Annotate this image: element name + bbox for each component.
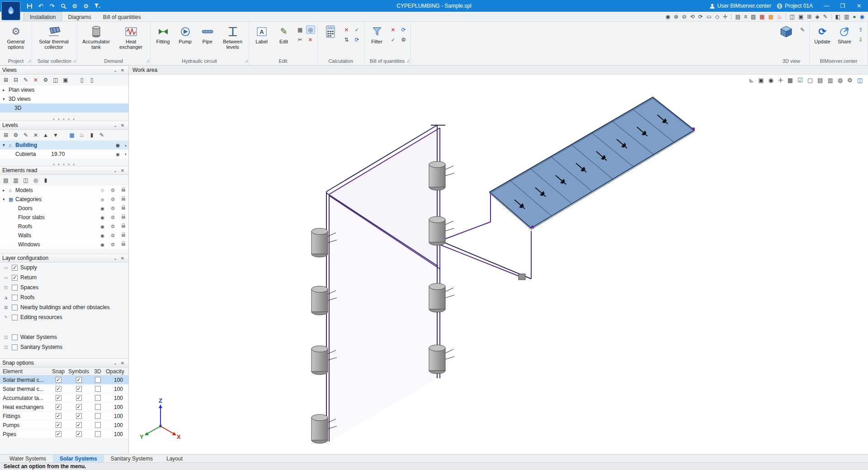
maximize-button[interactable]: ❐ — [835, 0, 851, 12]
filter-button[interactable]: Filter — [367, 23, 387, 56]
view-settings-icon[interactable]: ⚙ — [42, 76, 50, 84]
calculate-button[interactable] — [320, 23, 341, 56]
snapshot-icon[interactable]: ▣ — [61, 76, 70, 84]
tab-installation[interactable]: Installation — [24, 12, 62, 21]
collapse-panel-icon[interactable]: ⌄ — [112, 359, 119, 367]
delete-level-icon[interactable]: ✕ — [32, 131, 40, 139]
collapse-panel-icon[interactable]: ⌄ — [112, 254, 119, 262]
table-row[interactable]: Fittings 100 — [0, 412, 128, 421]
update-results-icon[interactable]: ⇅ — [342, 35, 351, 44]
globe-icon[interactable]: ◎ — [32, 176, 40, 184]
columns-icon[interactable]: ▥ — [827, 77, 833, 84]
element-settings-icon[interactable]: ⚙ — [111, 206, 115, 212]
rows-icon[interactable]: ▤ — [817, 77, 823, 84]
bimserver-project[interactable]: Project 01A — [777, 3, 813, 9]
3d-edit-icon[interactable]: ✎ — [798, 25, 807, 34]
fire-icon[interactable]: ♨ — [777, 14, 782, 20]
symbols-checkbox[interactable] — [76, 422, 82, 428]
dialog-launcher-icon[interactable]: ◿ — [146, 58, 149, 64]
collapse-panel-icon[interactable]: ⌄ — [112, 122, 119, 129]
edit-level-icon[interactable]: ✎ — [22, 131, 30, 139]
isometric-icon[interactable]: ◫ — [857, 77, 863, 84]
3d-checkbox[interactable] — [95, 431, 101, 437]
return-checkbox[interactable] — [12, 275, 18, 281]
check-design-icon[interactable]: ✓ — [353, 25, 362, 34]
edit-copy-icon[interactable]: ▦ — [296, 25, 305, 34]
solar-collector-array[interactable] — [490, 97, 695, 230]
element-settings-icon[interactable]: ⚙ — [111, 197, 115, 202]
symbols-checkbox[interactable] — [76, 431, 82, 437]
close-panel-icon[interactable]: ✕ — [119, 359, 126, 367]
element-settings-icon[interactable]: ⚙ — [111, 188, 115, 193]
fire-icon[interactable]: ♨ — [78, 131, 86, 139]
snap-checkbox[interactable] — [56, 413, 61, 419]
lock-icon[interactable] — [122, 243, 125, 246]
dialog-launcher-icon[interactable]: ◿ — [73, 58, 75, 64]
recalculate-icon[interactable]: ⟳ — [353, 35, 362, 44]
snap-checkbox[interactable] — [56, 431, 61, 437]
chevron-right-icon[interactable]: ▸ — [3, 188, 9, 193]
search-element-icon[interactable]: ◎ — [306, 25, 315, 34]
import-icon[interactable]: ⇩ — [856, 35, 865, 44]
grid-icon[interactable]: ⊞ — [807, 14, 811, 20]
dialog-launcher-icon[interactable]: ◿ — [28, 58, 31, 64]
3d-checkbox[interactable] — [95, 413, 101, 419]
frame-icon[interactable]: ▣ — [798, 14, 803, 20]
next-view-icon[interactable]: ⟳ — [698, 14, 703, 20]
bim-world-icon[interactable]: ◉ — [860, 14, 864, 20]
tree-item-models[interactable]: ▸ ⌂ Models ⊘ ⚙ — [0, 186, 128, 195]
cancel-calculation-icon[interactable]: ✕ — [342, 25, 351, 34]
save-icon[interactable] — [25, 2, 33, 10]
pump-box[interactable] — [519, 274, 525, 280]
water-systems-checkbox[interactable] — [12, 334, 18, 340]
element-settings-icon[interactable]: ⚙ — [111, 233, 115, 239]
delete-view-icon[interactable]: ✕ — [32, 76, 40, 84]
expand-all-icon[interactable]: ▤ — [2, 176, 10, 184]
minimize-button[interactable]: — — [818, 0, 835, 12]
panel-resize-handle[interactable]: ● ● ● ● ● — [0, 162, 128, 166]
lock-icon[interactable] — [122, 207, 125, 210]
3d-checkbox[interactable] — [95, 422, 101, 428]
boq-include-icon[interactable]: ✓ — [389, 35, 398, 44]
collapse-panel-icon[interactable]: ⌄ — [112, 167, 119, 174]
viewport-settings-icon[interactable]: ⚙ — [847, 77, 853, 84]
close-button[interactable]: ✕ — [851, 0, 867, 12]
move-up-icon[interactable]: ▲ — [42, 131, 50, 139]
snap-checkbox[interactable] — [56, 386, 61, 392]
3d-checkbox[interactable] — [95, 386, 101, 392]
tree-item-roofs[interactable]: Roofs ◉ ⚙ — [0, 222, 128, 231]
dwg-template-icon[interactable]: ▦ — [760, 14, 764, 20]
table-row[interactable]: Solar thermal c... 100 — [0, 376, 128, 385]
3d-viewport[interactable]: ⊾ ▣ ◉ ✛ ▦ ☑ ▢ ▤ ▥ ◍ ⚙ ◫ — [129, 75, 868, 454]
between-levels-button[interactable]: Between levels — [219, 23, 246, 56]
checklist-icon[interactable]: ☑ — [797, 77, 803, 84]
dialog-launcher-icon[interactable]: ◿ — [245, 58, 247, 64]
reference-icon[interactable]: ◈ — [815, 14, 819, 20]
tree-item-windows[interactable]: Windows ◉ ⚙ — [0, 240, 128, 249]
close-panel-icon[interactable]: ✕ — [119, 66, 126, 74]
heat-exchanger-button[interactable]: Heat exchanger — [114, 23, 148, 56]
columns-icon[interactable]: ◫ — [22, 176, 30, 184]
filter-dropdown-icon[interactable] — [93, 2, 101, 10]
symbols-checkbox[interactable] — [76, 377, 82, 383]
opacity-value[interactable]: 100 — [106, 431, 127, 437]
move-down-icon[interactable]: ▼ — [52, 131, 60, 139]
undo-icon[interactable]: ↶ — [37, 2, 45, 10]
dxf-template-icon[interactable]: ▦ — [768, 14, 773, 20]
chevron-right-icon[interactable]: ▸ — [3, 88, 9, 92]
tree-item-3d[interactable]: 3D — [0, 103, 128, 113]
calculate-levels-icon[interactable]: ▦ — [68, 131, 76, 139]
scroll-up-icon[interactable]: ▲ — [123, 144, 128, 147]
roofs-checkbox[interactable] — [12, 295, 18, 301]
lock-icon[interactable] — [122, 225, 125, 228]
tree-item-3d-views[interactable]: ▾ 3D views — [0, 94, 128, 103]
window-zoom-icon[interactable]: ▭ — [707, 14, 712, 20]
opacity-value[interactable]: 100 — [106, 395, 127, 401]
table-row[interactable]: Solar thermal c... 100 — [0, 385, 128, 394]
tree-item-plan-views[interactable]: ▸ Plan views — [0, 85, 128, 94]
pipe-button[interactable]: Pipe — [197, 23, 218, 56]
collapse-all-icon[interactable]: ▥ — [12, 176, 20, 184]
lock-icon[interactable] — [122, 234, 125, 237]
panel-resize-handle[interactable]: ● ● ● ● ● — [0, 117, 128, 121]
split-view-icon[interactable]: ◫ — [790, 14, 795, 20]
